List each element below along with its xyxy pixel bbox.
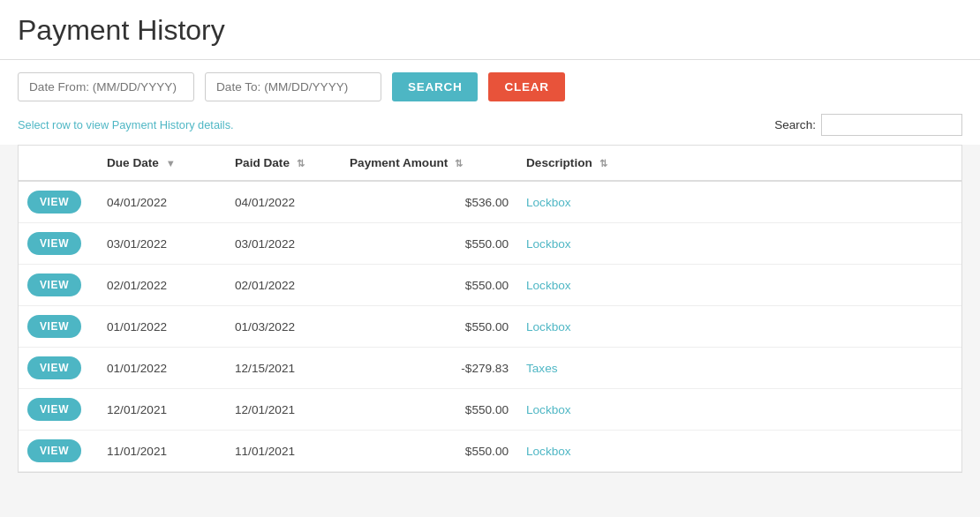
due-date-cell: 12/01/2021 xyxy=(98,389,226,431)
description-link[interactable]: Taxes xyxy=(526,362,558,375)
table-row[interactable]: VIEW03/01/202203/01/2022$550.00Lockbox xyxy=(19,223,961,265)
paid-date-cell: 11/01/2021 xyxy=(226,431,341,472)
due-date-cell: 03/01/2022 xyxy=(98,223,226,265)
view-button[interactable]: VIEW xyxy=(27,439,81,462)
description-cell: Lockbox xyxy=(517,265,961,306)
hint-prefix: Select row to view xyxy=(18,118,112,131)
amount-cell: $550.00 xyxy=(341,389,517,431)
paid-date-cell: 12/15/2021 xyxy=(226,348,341,389)
view-cell: VIEW xyxy=(19,223,98,265)
search-input[interactable] xyxy=(821,114,962,136)
description-link[interactable]: Lockbox xyxy=(526,196,571,209)
paid-date-cell: 02/01/2022 xyxy=(226,265,341,306)
description-link[interactable]: Lockbox xyxy=(526,403,571,416)
sort-paid-date-icon: ⇅ xyxy=(297,158,305,169)
description-cell: Lockbox xyxy=(517,306,961,348)
view-cell: VIEW xyxy=(19,306,98,348)
table-row[interactable]: VIEW02/01/202202/01/2022$550.00Lockbox xyxy=(19,265,961,306)
hint-link: Payment History xyxy=(112,118,195,131)
subbar: Select row to view Payment History detai… xyxy=(0,110,980,145)
date-to-input[interactable] xyxy=(205,72,381,101)
amount-cell: $536.00 xyxy=(341,181,517,223)
toolbar: SEARCH CLEAR xyxy=(0,60,980,110)
view-button[interactable]: VIEW xyxy=(27,315,81,338)
col-description[interactable]: Description ⇅ xyxy=(517,146,961,181)
view-cell: VIEW xyxy=(19,348,98,389)
description-cell: Taxes xyxy=(517,348,961,389)
description-cell: Lockbox xyxy=(517,223,961,265)
description-link[interactable]: Lockbox xyxy=(526,320,571,333)
hint-text: Select row to view Payment History detai… xyxy=(18,118,234,131)
table-row[interactable]: VIEW01/01/202201/03/2022$550.00Lockbox xyxy=(19,306,961,348)
view-button[interactable]: VIEW xyxy=(27,273,81,296)
description-cell: Lockbox xyxy=(517,431,961,472)
table-header-row: Due Date ▼ Paid Date ⇅ Payment Amount ⇅ … xyxy=(19,146,961,181)
col-paid-date[interactable]: Paid Date ⇅ xyxy=(226,146,341,181)
table-row[interactable]: VIEW12/01/202112/01/2021$550.00Lockbox xyxy=(19,389,961,431)
page-header: Payment History xyxy=(0,0,980,60)
due-date-cell: 04/01/2022 xyxy=(98,181,226,223)
due-date-cell: 01/01/2022 xyxy=(98,348,226,389)
due-date-cell: 11/01/2021 xyxy=(98,431,226,472)
amount-cell: -$279.83 xyxy=(341,348,517,389)
page-title: Payment History xyxy=(18,14,962,47)
due-date-cell: 02/01/2022 xyxy=(98,265,226,306)
view-cell: VIEW xyxy=(19,389,98,431)
description-link[interactable]: Lockbox xyxy=(526,445,571,458)
table-row[interactable]: VIEW11/01/202111/01/2021$550.00Lockbox xyxy=(19,431,961,472)
search-bar: Search: xyxy=(774,114,962,136)
payment-table-container: Due Date ▼ Paid Date ⇅ Payment Amount ⇅ … xyxy=(18,145,962,473)
payment-table: Due Date ▼ Paid Date ⇅ Payment Amount ⇅ … xyxy=(19,146,961,472)
view-button[interactable]: VIEW xyxy=(27,398,81,421)
description-link[interactable]: Lockbox xyxy=(526,279,571,292)
amount-cell: $550.00 xyxy=(341,431,517,472)
col-action xyxy=(19,146,98,181)
description-link[interactable]: Lockbox xyxy=(526,237,571,251)
view-button[interactable]: VIEW xyxy=(27,356,81,379)
amount-cell: $550.00 xyxy=(341,306,517,348)
view-cell: VIEW xyxy=(19,431,98,472)
paid-date-cell: 04/01/2022 xyxy=(226,181,341,223)
view-button[interactable]: VIEW xyxy=(27,191,81,214)
col-payment-amount[interactable]: Payment Amount ⇅ xyxy=(341,146,517,181)
clear-button[interactable]: CLEAR xyxy=(488,72,564,101)
amount-cell: $550.00 xyxy=(341,223,517,265)
col-due-date[interactable]: Due Date ▼ xyxy=(98,146,226,181)
sort-due-date-icon: ▼ xyxy=(166,158,176,169)
view-cell: VIEW xyxy=(19,181,98,223)
table-row[interactable]: VIEW04/01/202204/01/2022$536.00Lockbox xyxy=(19,181,961,223)
sort-description-icon: ⇅ xyxy=(599,158,607,169)
description-cell: Lockbox xyxy=(517,389,961,431)
view-button[interactable]: VIEW xyxy=(27,232,81,255)
paid-date-cell: 01/03/2022 xyxy=(226,306,341,348)
search-label: Search: xyxy=(774,118,816,131)
view-cell: VIEW xyxy=(19,265,98,306)
hint-suffix: details. xyxy=(195,118,234,131)
paid-date-cell: 12/01/2021 xyxy=(226,389,341,431)
due-date-cell: 01/01/2022 xyxy=(98,306,226,348)
amount-cell: $550.00 xyxy=(341,265,517,306)
search-button[interactable]: SEARCH xyxy=(392,72,478,101)
description-cell: Lockbox xyxy=(517,181,961,223)
sort-amount-icon: ⇅ xyxy=(455,158,463,169)
paid-date-cell: 03/01/2022 xyxy=(226,223,341,265)
date-from-input[interactable] xyxy=(18,72,194,101)
table-row[interactable]: VIEW01/01/202212/15/2021-$279.83Taxes xyxy=(19,348,961,389)
